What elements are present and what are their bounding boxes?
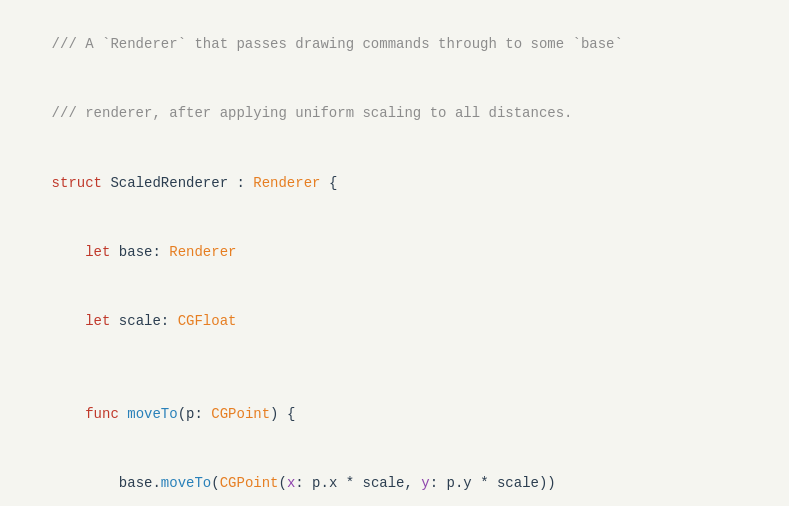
type-cgpoint: CGPoint — [220, 475, 279, 491]
brace-open: { — [329, 175, 337, 191]
code-line-8: base.moveTo(CGPoint(x: p.x * scale, y: p… — [16, 449, 773, 506]
func-name-moveto: moveTo — [127, 406, 177, 422]
comment-text: /// renderer, after applying uniform sca… — [52, 105, 573, 121]
colon: : — [430, 475, 447, 491]
code-line-3: struct ScaledRenderer : Renderer { — [16, 149, 773, 218]
type-renderer: Renderer — [253, 175, 329, 191]
type-cgpoint: CGPoint — [211, 406, 270, 422]
type-renderer: Renderer — [169, 244, 236, 260]
code-line-5: let scale: CGFloat — [16, 287, 773, 356]
paren: ( — [178, 406, 186, 422]
paren: ( — [278, 475, 286, 491]
colon: : — [295, 475, 312, 491]
keyword-let: let — [85, 313, 119, 329]
expr: p.y * scale)) — [447, 475, 556, 491]
code-editor: /// A `Renderer` that passes drawing com… — [0, 0, 789, 506]
base-ref: base. — [119, 475, 161, 491]
expr: p.x * scale, — [312, 475, 421, 491]
code-line-7: func moveTo(p: CGPoint) { — [16, 380, 773, 449]
keyword-let: let — [85, 244, 119, 260]
paren: ( — [211, 475, 219, 491]
punct: : — [236, 175, 253, 191]
code-line-1: /// A `Renderer` that passes drawing com… — [16, 10, 773, 79]
colon: : — [161, 313, 178, 329]
paren-close: ) { — [270, 406, 295, 422]
indent — [52, 244, 86, 260]
indent — [52, 406, 86, 422]
var-name: base — [119, 244, 153, 260]
code-line-2: /// renderer, after applying uniform sca… — [16, 79, 773, 148]
code-line-4: let base: Renderer — [16, 218, 773, 287]
comment-text: /// A `Renderer` that passes drawing com… — [52, 36, 623, 52]
var-name: scale — [119, 313, 161, 329]
indent — [52, 475, 119, 491]
colon: : — [194, 406, 211, 422]
param-y: y — [421, 475, 429, 491]
type-cgfloat: CGFloat — [178, 313, 237, 329]
func-call-moveto: moveTo — [161, 475, 211, 491]
class-name: ScaledRenderer — [110, 175, 236, 191]
keyword-struct: struct — [52, 175, 111, 191]
indent — [52, 313, 86, 329]
colon: : — [152, 244, 169, 260]
keyword-func: func — [85, 406, 127, 422]
blank-line — [16, 356, 773, 379]
